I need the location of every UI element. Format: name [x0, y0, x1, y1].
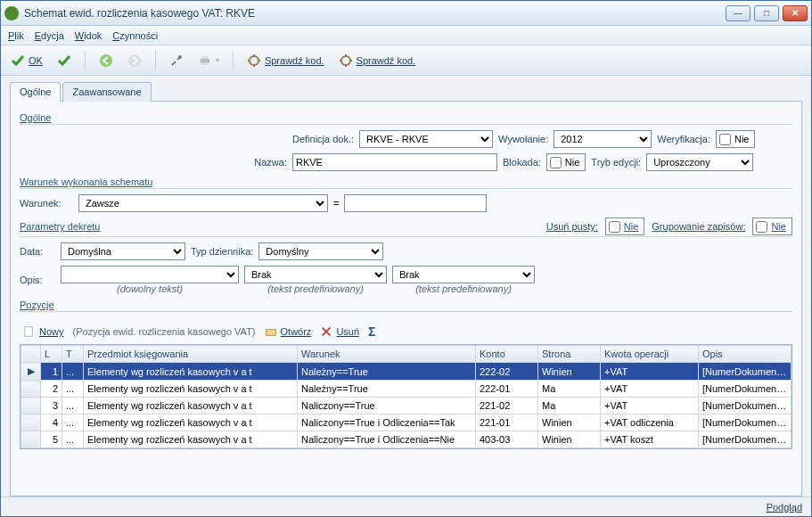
close-button[interactable]: ✕	[783, 5, 808, 21]
positions-toolbar: Nowy (Pozycja ewid. rozliczenia kasowego…	[20, 317, 792, 344]
desc3-select[interactable]: Brak	[392, 266, 535, 283]
check-code-2-button[interactable]: Sprawdź kod.	[334, 51, 421, 70]
cell-amount: +VAT	[601, 398, 699, 414]
new-button[interactable]: Nowy	[23, 325, 64, 338]
date-select[interactable]: Domyślna	[61, 242, 185, 260]
menu-czynnosci[interactable]: Czynności	[112, 30, 158, 41]
cell-side: Winien	[538, 414, 601, 431]
tools-icon	[169, 53, 184, 68]
journal-select[interactable]: Domyślny	[258, 242, 383, 260]
table-row[interactable]: 4...Elementy wg rozliczeń kasowych v a t…	[21, 414, 791, 431]
table-row[interactable]: ▶1...Elementy wg rozliczeń kasowych v a …	[21, 363, 791, 381]
def-select[interactable]: RKVE - RKVE	[359, 130, 493, 148]
forward-button[interactable]	[123, 51, 146, 70]
preview-link[interactable]: Podgląd	[767, 502, 802, 513]
col-subject[interactable]: Przedmiot księgowania	[84, 346, 298, 363]
svg-point-2	[178, 55, 182, 59]
cell-account: 222-01	[476, 381, 538, 398]
name-input[interactable]	[292, 153, 497, 171]
ok-button[interactable]: OK	[6, 51, 47, 70]
section-general: Ogólne	[20, 112, 792, 125]
cell-desc: [NumerDokumentu]	[699, 363, 791, 381]
tab-advanced[interactable]: Zaawansowane	[62, 82, 151, 102]
desc1-select[interactable]	[61, 266, 239, 283]
lock-check[interactable]: Nie	[546, 153, 586, 171]
section-cond: Warunek wykonania schematu	[20, 176, 792, 189]
menu-widok[interactable]: Widok	[75, 30, 103, 41]
menu-edycja[interactable]: Edycja	[35, 30, 64, 41]
cell-t: ...	[62, 414, 84, 431]
maximize-button[interactable]: □	[754, 5, 779, 21]
titlebar: Schemat ewid. rozliczenia kasowego VAT: …	[1, 1, 811, 26]
cell-account: 222-02	[476, 363, 538, 381]
cell-subject: Elementy wg rozliczeń kasowych v a t	[84, 381, 298, 398]
col-desc[interactable]: Opis	[699, 346, 791, 363]
cell-account: 221-02	[476, 398, 538, 414]
svg-point-7	[341, 56, 350, 65]
cond-select[interactable]: Zawsze	[78, 194, 328, 212]
edit-select[interactable]: Uproszczony	[646, 153, 753, 171]
open-button[interactable]: Otwórz	[265, 325, 312, 338]
cell-amount: +VAT koszt	[601, 431, 699, 448]
new-icon	[23, 325, 36, 338]
back-button[interactable]	[94, 51, 118, 70]
col-t[interactable]: T	[62, 346, 84, 363]
date-label: Data:	[20, 246, 55, 257]
cell-desc: [NumerDokumentu]	[699, 398, 791, 414]
col-account[interactable]: Konto	[476, 346, 538, 363]
cell-subject: Elementy wg rozliczeń kasowych v a t	[84, 414, 298, 431]
delete-button[interactable]: Usuń	[320, 325, 359, 338]
positions-grid[interactable]: L T Przedmiot księgowania Warunek Konto …	[20, 344, 792, 449]
cell-t: ...	[62, 381, 84, 398]
call-select[interactable]: 2012	[554, 130, 652, 148]
apply-button[interactable]	[53, 51, 76, 70]
sum-button[interactable]: Σ	[368, 324, 375, 339]
group-label: Grupowanie zapisów:	[652, 221, 745, 232]
cell-t: ...	[62, 398, 84, 414]
call-label: Wywołanie:	[498, 134, 548, 144]
def-label: Definicja dok.:	[292, 134, 354, 144]
tools-button[interactable]	[165, 51, 188, 70]
arrow-left-icon	[99, 53, 113, 68]
menu-plik[interactable]: Plik	[8, 30, 24, 41]
empty-label: Usuń pusty:	[546, 221, 598, 232]
cell-l: 3	[41, 398, 62, 414]
verify-check[interactable]: Nie	[716, 130, 756, 148]
menubar: Plik Edycja Widok Czynności	[1, 26, 811, 45]
col-amount[interactable]: Kwota operacji	[601, 346, 699, 363]
cell-side: Ma	[538, 398, 601, 414]
cell-t: ...	[62, 431, 84, 448]
edit-label: Tryb edycji:	[591, 157, 641, 168]
col-cond[interactable]: Warunek	[298, 346, 476, 363]
row-marker: ▶	[21, 363, 41, 381]
equals-label: =	[333, 198, 339, 209]
table-row[interactable]: 5...Elementy wg rozliczeń kasowych v a t…	[21, 431, 791, 448]
cell-side: Winien	[538, 363, 601, 381]
arrow-right-icon	[127, 53, 142, 68]
cell-cond: Naliczony==True i Odliczenia==Nie	[298, 431, 476, 448]
cell-side: Winien	[538, 431, 601, 448]
tab-general[interactable]: Ogólne	[10, 82, 61, 102]
col-side[interactable]: Strona	[538, 346, 601, 363]
open-icon	[265, 325, 277, 338]
cond-value-input[interactable]	[344, 194, 487, 212]
cell-account: 403-03	[476, 431, 538, 448]
cell-l: 1	[41, 363, 62, 381]
table-row[interactable]: 2...Elementy wg rozliczeń kasowych v a t…	[21, 381, 791, 398]
minimize-button[interactable]: —	[726, 5, 750, 21]
check-icon	[11, 53, 25, 68]
cell-subject: Elementy wg rozliczeń kasowych v a t	[84, 398, 298, 414]
desc2-select[interactable]: Brak	[244, 266, 387, 283]
print-button[interactable]: ▾	[193, 51, 224, 70]
cell-cond: Naliczony==True	[298, 398, 476, 414]
check-code-1-button[interactable]: Sprawdź kod.	[242, 51, 329, 70]
gear-check-icon	[339, 53, 353, 68]
window-title: Schemat ewid. rozliczenia kasowego VAT: …	[24, 7, 726, 20]
group-check[interactable]: Nie	[752, 217, 792, 235]
empty-check[interactable]: Nie	[605, 217, 645, 235]
col-l[interactable]: L	[41, 346, 62, 363]
cell-account: 221-01	[476, 414, 538, 431]
cell-amount: +VAT	[601, 363, 699, 381]
table-row[interactable]: 3...Elementy wg rozliczeń kasowych v a t…	[21, 398, 791, 414]
cell-desc: [NumerDokumentu]	[699, 431, 791, 448]
